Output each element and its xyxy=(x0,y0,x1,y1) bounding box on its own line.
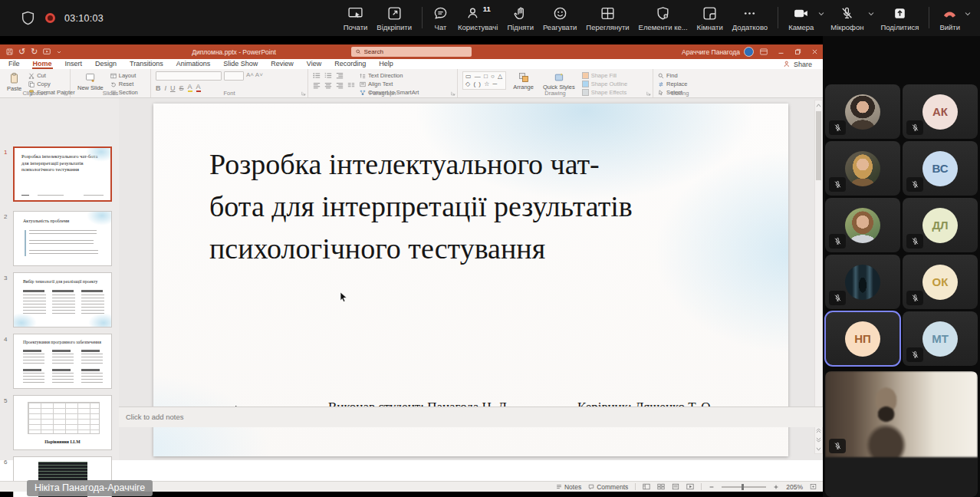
camera-chevron-icon[interactable] xyxy=(817,9,826,18)
slide-sorter-view-button[interactable] xyxy=(657,483,665,490)
slideshow-view-button[interactable] xyxy=(686,483,694,490)
paragraph-dialog-launcher-icon[interactable] xyxy=(451,91,455,96)
share-button[interactable]: Поділитися xyxy=(876,2,923,35)
tab-view[interactable]: View xyxy=(306,59,322,69)
next-slide-button[interactable] xyxy=(815,435,822,444)
zoom-level[interactable]: 205% xyxy=(786,483,803,491)
participant-tile[interactable]: МТ xyxy=(903,311,978,366)
scroll-down-button[interactable] xyxy=(815,444,822,453)
tab-design[interactable]: Design xyxy=(94,59,117,69)
align-text-button[interactable]: Align Text xyxy=(360,81,419,87)
save-icon[interactable] xyxy=(6,48,13,55)
reset-button[interactable]: Reset xyxy=(110,81,138,87)
reading-view-button[interactable] xyxy=(672,483,679,490)
zoom-slider-knob[interactable] xyxy=(742,484,744,490)
indent-icon[interactable] xyxy=(336,72,344,79)
react-button[interactable]: Реагувати xyxy=(538,2,581,35)
font-name-box[interactable] xyxy=(156,71,222,81)
layout-button[interactable]: Layout xyxy=(110,72,138,79)
participant-video-tile[interactable] xyxy=(825,371,978,497)
leave-button[interactable]: Вийти xyxy=(935,2,965,35)
tab-transitions[interactable]: Transitions xyxy=(129,59,164,69)
participant-tile[interactable]: ВС xyxy=(903,141,978,196)
close-button[interactable] xyxy=(806,44,823,59)
participant-tile[interactable] xyxy=(825,141,900,196)
shapes-gallery[interactable]: ▭ — □ ○ △ ◇ ( ) ☆ ─ xyxy=(462,71,506,90)
more-options-button[interactable]: Додатково xyxy=(728,2,772,35)
tab-help[interactable]: Help xyxy=(378,59,394,69)
participant-tile[interactable]: ОК xyxy=(903,255,978,309)
slide-title-textbox[interactable]: Розробка інтелектуального чат- бота для … xyxy=(209,143,746,270)
align-left-icon[interactable] xyxy=(313,82,321,89)
participant-tile[interactable] xyxy=(825,198,900,252)
quick-styles-button[interactable]: Quick Styles xyxy=(541,71,577,91)
view-button[interactable]: Переглянути xyxy=(581,2,633,35)
slide-scrollbar[interactable] xyxy=(814,100,823,454)
cut-button[interactable]: Cut xyxy=(28,72,75,79)
drawing-dialog-launcher-icon[interactable] xyxy=(646,91,651,96)
replace-button[interactable]: Replace xyxy=(658,81,688,87)
columns-icon[interactable] xyxy=(347,82,355,89)
new-slide-button[interactable]: New Slide xyxy=(75,71,106,92)
comments-toggle-button[interactable]: Comments xyxy=(588,483,628,491)
arrange-button[interactable]: Arrange xyxy=(511,71,536,91)
align-center-icon[interactable] xyxy=(324,82,332,89)
participant-tile-active-speaker[interactable]: НП xyxy=(825,311,900,366)
participant-tile[interactable]: ДЛ xyxy=(903,198,978,252)
thumbnail-slide-5[interactable]: Порівняння LLM xyxy=(13,395,112,450)
tab-slideshow[interactable]: Slide Show xyxy=(222,59,258,69)
search-input[interactable] xyxy=(364,48,468,55)
tab-review[interactable]: Review xyxy=(270,59,294,69)
font-size-box[interactable] xyxy=(224,71,244,81)
notes-placeholder[interactable]: Click to add notes xyxy=(119,407,823,421)
normal-view-button[interactable] xyxy=(643,483,650,490)
tab-home[interactable]: Home xyxy=(32,59,53,69)
participant-tile[interactable] xyxy=(825,84,900,139)
tab-recording[interactable]: Recording xyxy=(334,59,367,69)
ppt-share-button[interactable]: Share xyxy=(784,61,812,68)
bullets-icon[interactable] xyxy=(313,72,321,79)
search-box[interactable] xyxy=(351,47,472,57)
notes-toggle-button[interactable]: Notes xyxy=(556,483,581,491)
font-dialog-launcher-icon[interactable] xyxy=(301,91,306,96)
raise-hand-button[interactable]: Підняти xyxy=(502,2,538,35)
redo-icon[interactable]: ↻ xyxy=(31,47,38,57)
microphone-button[interactable]: Мікрофон xyxy=(826,2,868,35)
undo-icon[interactable]: ↺ xyxy=(18,47,25,57)
thumbnail-slide-1[interactable]: Розробка інтелектуального чат-бота для і… xyxy=(13,146,112,202)
align-right-icon[interactable] xyxy=(336,82,344,89)
numbering-icon[interactable] xyxy=(324,72,332,79)
zoom-out-button[interactable] xyxy=(709,484,715,490)
participant-tile[interactable] xyxy=(825,255,900,309)
chat-button[interactable]: Чат xyxy=(428,2,453,35)
start-slideshow-icon[interactable] xyxy=(43,48,51,55)
thumbnail-slide-4[interactable]: Проектування програмного забезпечення xyxy=(13,334,112,389)
thumbnail-slide-2[interactable]: Актуальність проблеми xyxy=(13,211,112,266)
scrollbar-thumb[interactable] xyxy=(816,111,821,180)
text-direction-button[interactable]: Text Direction xyxy=(360,72,419,79)
zoom-slider[interactable] xyxy=(722,486,766,488)
tab-file[interactable]: File xyxy=(8,59,21,69)
thumbnail-slide-3[interactable]: Вибір технології для реалізації проекту xyxy=(13,272,112,327)
participants-button[interactable]: 11 Користувачі xyxy=(453,2,502,35)
copy-button[interactable]: Copy xyxy=(28,81,75,87)
leave-chevron-icon[interactable] xyxy=(963,9,972,18)
qat-customize-icon[interactable] xyxy=(56,49,62,55)
clipboard-dialog-launcher-icon[interactable] xyxy=(64,91,68,96)
ribbon-display-options-button[interactable] xyxy=(755,44,772,59)
breakout-rooms-button[interactable]: Кімнати xyxy=(692,2,728,35)
tab-animations[interactable]: Animations xyxy=(176,59,212,69)
microphone-chevron-icon[interactable] xyxy=(867,9,876,18)
restore-button[interactable] xyxy=(789,44,806,59)
scroll-up-button[interactable] xyxy=(815,100,822,110)
find-button[interactable]: Find xyxy=(658,72,688,79)
unpin-button[interactable]: Відкріпити xyxy=(372,2,416,35)
shape-outline-button[interactable]: Shape Outline xyxy=(582,81,628,87)
participant-tile[interactable]: АК xyxy=(903,84,978,139)
camera-button[interactable]: Камера xyxy=(784,2,818,35)
minimize-button[interactable] xyxy=(772,44,789,59)
tab-insert[interactable]: Insert xyxy=(64,59,84,69)
zoom-in-button[interactable] xyxy=(773,484,779,490)
start-presenting-button[interactable]: Почати xyxy=(339,2,373,35)
account-chip[interactable]: Араччиге Панагода xyxy=(682,44,754,59)
